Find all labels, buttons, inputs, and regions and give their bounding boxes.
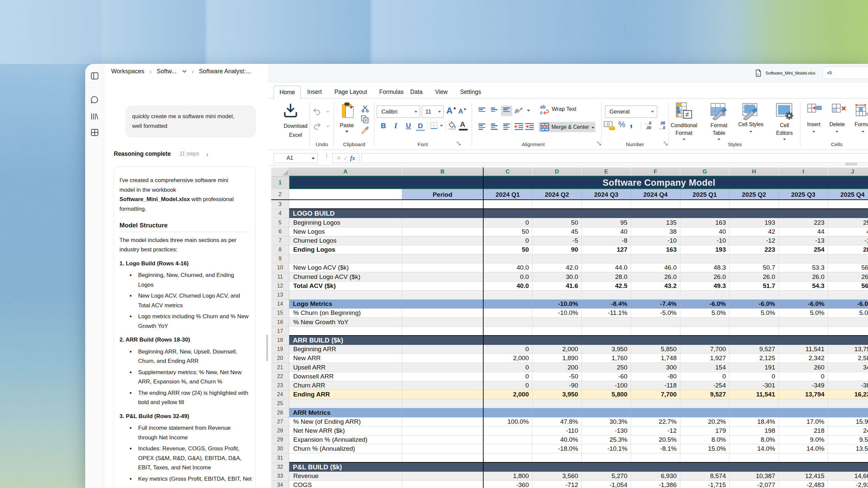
svg-text:c: c	[540, 110, 543, 115]
svg-text:≠: ≠	[685, 111, 689, 118]
svg-text:ab: ab	[540, 104, 546, 110]
